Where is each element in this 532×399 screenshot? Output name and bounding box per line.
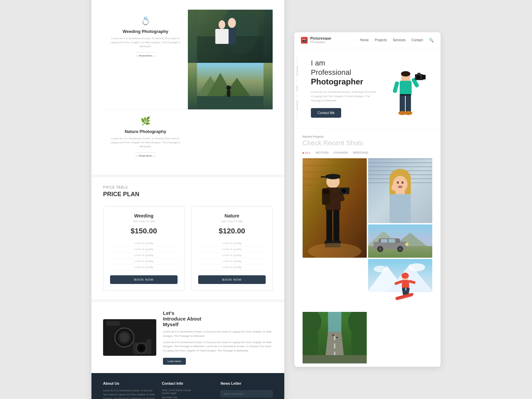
nature-feature-4: Lorem & Quality bbox=[198, 258, 266, 264]
wedding-image bbox=[188, 10, 273, 63]
brand: 📷 Picturesque Photography bbox=[301, 36, 331, 44]
photo-grid bbox=[303, 158, 432, 363]
nature-book-button[interactable]: BOOK NOW bbox=[198, 275, 266, 284]
services-title: What We Offer bbox=[103, 0, 273, 1]
plan-feature-3: Lorem & Quality bbox=[110, 252, 178, 258]
plan-feature-1: Lorem & Quality bbox=[110, 240, 178, 246]
nature-plan-price: $120.00 bbox=[198, 227, 266, 235]
nature-plan-name: Nature bbox=[198, 213, 266, 218]
plan-feature-4: Lorem & Quality bbox=[110, 258, 178, 264]
svg-rect-4 bbox=[228, 28, 236, 45]
filter-tab-weeding[interactable]: WEEDING bbox=[353, 151, 369, 154]
svg-rect-31 bbox=[406, 95, 411, 113]
svg-rect-74 bbox=[326, 175, 340, 178]
left-panel: our services What We Offer 💍 Weeding Pho… bbox=[91, 0, 284, 399]
svg-point-5 bbox=[219, 20, 225, 29]
svg-rect-75 bbox=[321, 176, 328, 178]
photographer-photo[interactable] bbox=[303, 158, 367, 258]
search-icon[interactable]: 🔍 bbox=[429, 38, 434, 43]
footer-contact-col: Contact Info Shop 12-46 Sasha Clousk Sun… bbox=[162, 381, 214, 399]
fashion-photo[interactable] bbox=[368, 158, 432, 223]
weeding-plan-subtitle: Start Only For $$$ bbox=[110, 220, 178, 223]
hero-title: I am Professional Photographer bbox=[311, 59, 379, 87]
sidebar-divider-2 bbox=[297, 94, 297, 97]
svg-rect-78 bbox=[323, 190, 329, 194]
svg-point-51 bbox=[398, 186, 403, 188]
wedding-read-more[interactable]: — Read More — bbox=[135, 52, 155, 57]
plan-feature-2: Lorem & Quality bbox=[110, 246, 178, 252]
services-section: our services What We Offer 💍 Weeding Pho… bbox=[91, 0, 284, 175]
svg-point-49 bbox=[397, 181, 399, 184]
car-photo[interactable] bbox=[368, 224, 432, 258]
svg-rect-29 bbox=[422, 75, 426, 79]
camera-image bbox=[103, 319, 156, 356]
weeding-book-button[interactable]: BOOK NOW bbox=[110, 275, 178, 284]
sidebar-line-top bbox=[297, 57, 297, 63]
nature-feature-5: Lorem & Quality bbox=[198, 264, 266, 270]
photographer-illustration bbox=[379, 58, 432, 118]
nav-contact[interactable]: Contact bbox=[412, 38, 423, 42]
svg-point-92 bbox=[409, 263, 425, 271]
hero-content: I am Professional Photographer Lorem As … bbox=[303, 59, 379, 117]
camera-top-detail bbox=[106, 321, 120, 326]
svg-rect-22 bbox=[400, 81, 412, 96]
nav-services[interactable]: Services bbox=[393, 38, 405, 42]
svg-rect-37 bbox=[368, 162, 432, 163]
forest-photo[interactable] bbox=[303, 312, 367, 363]
filter-tab-motion[interactable]: MOTION bbox=[316, 151, 329, 154]
svg-rect-116 bbox=[336, 337, 338, 338]
svg-point-52 bbox=[392, 184, 397, 191]
nature-feature-3: Lorem & Quality bbox=[198, 252, 266, 258]
svg-marker-114 bbox=[328, 312, 341, 332]
nature-icon: 🌿 bbox=[110, 116, 181, 126]
footer-newsletter-title: News Letter bbox=[220, 381, 273, 385]
learn-more-button[interactable]: Learn More bbox=[163, 358, 186, 365]
services-images-col bbox=[188, 10, 273, 109]
nature-service-card: 🌿 Nature Photography Lorem As It Is Some… bbox=[103, 109, 188, 165]
svg-point-12 bbox=[226, 85, 231, 90]
instagram-sidebar-label: Instagram bbox=[296, 66, 298, 76]
wedding-service-card: 💍 Weeding Photography Lorem As It Is Som… bbox=[103, 10, 188, 109]
svg-point-82 bbox=[342, 189, 346, 193]
twitter-sidebar-label: Twitter bbox=[296, 85, 298, 92]
hero-description: Lorem As It Is Sometimes Known, Is Dummy… bbox=[311, 90, 377, 103]
sidebar-line-bottom bbox=[297, 113, 297, 120]
weeding-plan-name: Weeding bbox=[110, 213, 178, 218]
filter-tab-all[interactable]: ALL bbox=[303, 151, 311, 154]
projects-section: Recent Projects Check Recent Shots ALL M… bbox=[294, 128, 441, 367]
svg-rect-28 bbox=[417, 73, 421, 75]
active-filter-dot bbox=[303, 152, 304, 154]
filter-tab-fashion[interactable]: FASHION bbox=[334, 151, 348, 154]
price-plans: Weeding Start Only For $$$ $150.00 Lorem… bbox=[103, 206, 273, 291]
nav-links: Home Projects Services Contact 🔍 bbox=[360, 38, 434, 43]
svg-rect-34 bbox=[400, 94, 411, 96]
contact-me-button[interactable]: Contact Me bbox=[311, 108, 341, 118]
nav-home[interactable]: Home bbox=[360, 38, 369, 42]
footer-about-col: About Us Lorem As It Is Sometimes Known,… bbox=[103, 381, 155, 399]
svg-point-64 bbox=[399, 247, 402, 251]
svg-rect-60 bbox=[389, 239, 395, 243]
newsletter-input[interactable] bbox=[220, 390, 273, 397]
snowboard-photo[interactable] bbox=[368, 259, 432, 311]
svg-point-93 bbox=[374, 266, 387, 272]
svg-rect-69 bbox=[303, 172, 367, 173]
weeding-plan-price: $150.00 bbox=[110, 227, 178, 235]
left-footer: About Us Lorem As It Is Sometimes Known,… bbox=[91, 373, 284, 399]
svg-rect-112 bbox=[334, 343, 335, 348]
svg-rect-84 bbox=[333, 210, 339, 243]
filter-tabs: ALL MOTION FASHION WEEDING bbox=[303, 151, 432, 154]
about-heading: Let's Introduce About Myself bbox=[163, 310, 273, 327]
nature-feature-2: Lorem & Quality bbox=[198, 246, 266, 252]
svg-rect-47 bbox=[390, 194, 411, 223]
svg-rect-68 bbox=[303, 165, 367, 166]
pricing-section: Price Table PRICE PLAN Weeding Start Onl… bbox=[91, 175, 284, 299]
camera-lens bbox=[114, 328, 134, 347]
wedding-icon: 💍 bbox=[110, 16, 181, 26]
nature-read-more[interactable]: — Read More — bbox=[135, 152, 155, 157]
svg-rect-38 bbox=[368, 166, 432, 167]
social-sidebar: Instagram Twitter Facebook bbox=[296, 57, 298, 120]
wedding-service-name: Weeding Photography bbox=[110, 29, 181, 34]
about-desc-2: Lorem As It Is Sometimes Known, Is Dummy… bbox=[163, 340, 273, 353]
projects-title: Check Recent Shots bbox=[303, 139, 432, 147]
nav-projects[interactable]: Projects bbox=[375, 38, 387, 42]
